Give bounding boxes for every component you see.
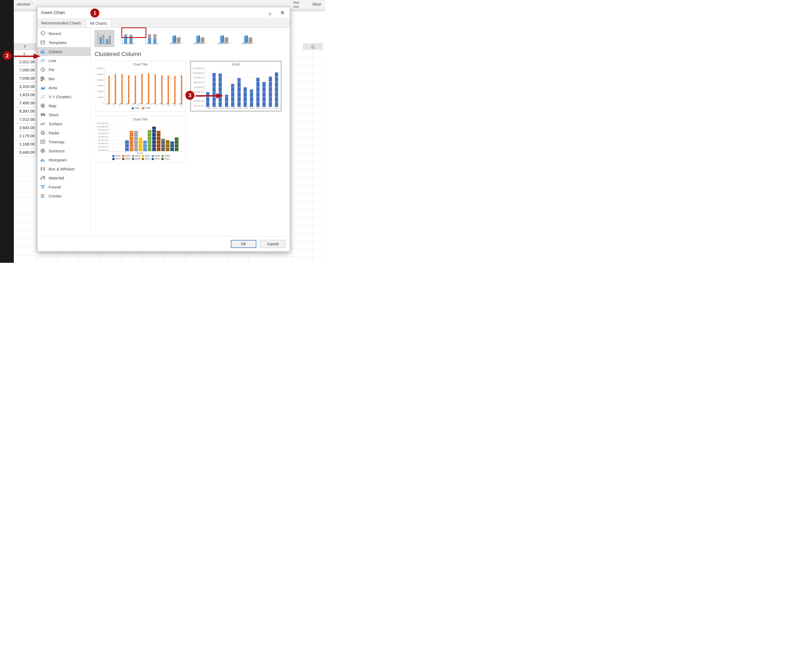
subtype-stacked-column[interactable]	[119, 30, 138, 47]
svg-line-76	[217, 42, 220, 44]
clustered-column-icon	[97, 32, 112, 45]
svg-rect-23	[42, 159, 42, 162]
bar	[148, 73, 149, 104]
sidebar-item-combo[interactable]: Combo	[37, 191, 91, 201]
cell[interactable]: 2,179.00	[14, 132, 36, 140]
svg-marker-93	[33, 54, 41, 59]
cancel-button[interactable]: Cancel	[260, 240, 286, 248]
close-button[interactable]: ✕	[278, 9, 287, 17]
svg-rect-24	[43, 159, 44, 162]
chart-preview-2[interactable]: Profit 1,02,000.001,00,000.0098,000.0096…	[190, 61, 281, 112]
subtype-3d-stacked-column[interactable]	[190, 30, 210, 47]
sidebar-item-bar[interactable]: Bar	[37, 74, 91, 83]
subtype-3d-clustered-column[interactable]	[166, 30, 186, 47]
cell[interactable]: 9,397.00	[14, 107, 36, 115]
sidebar-item-label: Surface	[48, 121, 62, 126]
sidebar-item-funnel[interactable]: Funnel	[37, 182, 91, 191]
svg-marker-73	[203, 37, 204, 43]
cell[interactable]: 7,038.00	[14, 74, 36, 83]
sidebar-item-column[interactable]: Column	[37, 47, 91, 56]
sidebar-item-pie[interactable]: Pie	[37, 65, 91, 74]
svg-rect-42	[106, 39, 108, 44]
sidebar-item-label: Sunburst	[48, 149, 64, 153]
sidebar-item-box-whisker[interactable]: Box & Whisker	[37, 164, 91, 173]
legend-swatch-icon	[151, 158, 154, 160]
cell[interactable]: 7,450.00	[14, 99, 36, 107]
subtype-100-stacked-column[interactable]	[142, 30, 162, 47]
cell[interactable]: 3,316.00	[14, 83, 36, 91]
cell[interactable]: 1,623.00	[14, 91, 36, 99]
sidebar-item-label: Combo	[48, 194, 61, 198]
tab-recommended-charts[interactable]: Recommended Charts	[37, 19, 85, 27]
y-axis-labels: 1,02,000.001,00,000.0098,000.0096,000.00…	[97, 122, 109, 151]
win-loss-button[interactable]: Vin/ oss	[293, 0, 299, 8]
cell[interactable]: 3,449.00	[14, 148, 36, 157]
subtype-3d-100-stacked-column[interactable]	[214, 30, 234, 47]
svg-rect-71	[201, 38, 203, 43]
x-y-scatter--icon	[40, 94, 45, 99]
chart-preview-3[interactable]: Chart Title 1,02,000.001,00,000.0098,000…	[95, 116, 186, 162]
sidebar-item-waterfall[interactable]: Waterfall	[37, 173, 91, 182]
sidebar-item-area[interactable]: Area	[37, 83, 91, 92]
sidebar-item-treemap[interactable]: Treemap	[37, 137, 91, 146]
bar	[173, 104, 174, 104]
svg-rect-43	[109, 36, 111, 44]
svg-rect-27	[44, 168, 45, 170]
sidebar-item-stock[interactable]: Stock	[37, 110, 91, 119]
recent-icon	[40, 31, 45, 36]
svg-marker-61	[175, 35, 176, 43]
sidebar-item-sunburst[interactable]: Sunburst	[37, 146, 91, 155]
winloss-line1: Vin/	[293, 0, 299, 5]
annotation-callout-2: 2	[3, 51, 12, 60]
slicer-button[interactable]: Slicer	[312, 2, 322, 6]
cell[interactable]: 1,168.00	[14, 140, 36, 148]
bar	[256, 78, 259, 107]
svg-rect-33	[41, 186, 44, 187]
svg-point-9	[41, 97, 42, 98]
cell-range[interactable]: s2,021.007,090.007,038.003,316.001,623.0…	[14, 50, 36, 263]
svg-rect-37	[44, 196, 44, 198]
svg-rect-14	[41, 114, 42, 115]
help-button[interactable]: ?	[266, 9, 274, 20]
sidebar-item-map[interactable]: Map	[37, 101, 91, 110]
annotation-callout-3: 3	[186, 91, 194, 100]
sidebar-item-recent[interactable]: Recent	[37, 29, 91, 38]
sidebar-item-line[interactable]: Line	[37, 56, 91, 65]
bar	[161, 139, 165, 151]
tab-all-charts[interactable]: All Charts	[86, 19, 111, 27]
svg-rect-62	[176, 38, 179, 43]
cell[interactable]: 2,643.00	[14, 124, 36, 132]
column-header[interactable]: Q	[303, 44, 322, 50]
svg-line-84	[252, 42, 255, 44]
svg-rect-89	[248, 38, 251, 43]
sidebar-item-label: Waterfall	[48, 176, 64, 180]
legend-label: 2004	[145, 154, 150, 157]
subtype-3d-column[interactable]	[238, 30, 258, 47]
svg-rect-53	[148, 34, 151, 38]
chart-subtype-title: Clustered Column	[95, 51, 286, 58]
sidebar-item-x-y-scatter-[interactable]: X Y (Scatter)	[37, 92, 91, 101]
bar	[153, 104, 154, 104]
cell[interactable]: 7,012.00	[14, 115, 36, 124]
sidebar-item-label: Radar	[48, 131, 59, 135]
sidebar-item-histogram[interactable]: Histogram	[37, 155, 91, 164]
sidebar-item-surface[interactable]: Surface	[37, 119, 91, 128]
column-header[interactable]: F	[14, 44, 36, 50]
sidebar-item-templates[interactable]: Templates	[37, 38, 91, 47]
svg-rect-7	[41, 80, 43, 81]
sidebar-item-radar[interactable]: Radar	[37, 128, 91, 137]
pie-icon	[40, 67, 45, 72]
svg-marker-8	[41, 86, 45, 89]
svg-marker-95	[216, 93, 223, 98]
area-icon	[40, 85, 45, 90]
subtype-clustered-column[interactable]	[95, 30, 114, 47]
chart-preview-1[interactable]: Chart Title 1200001000008000060000400002…	[95, 61, 186, 112]
ok-button[interactable]: OK	[231, 240, 256, 248]
cell[interactable]: 7,090.00	[14, 66, 36, 74]
screenshot-button[interactable]: eenshot ˅	[17, 2, 33, 6]
bar	[262, 82, 265, 107]
bar	[130, 131, 133, 151]
waterfall-icon	[40, 175, 45, 181]
100-stacked-column-icon	[145, 32, 160, 45]
legend-swatch-icon	[112, 158, 114, 160]
